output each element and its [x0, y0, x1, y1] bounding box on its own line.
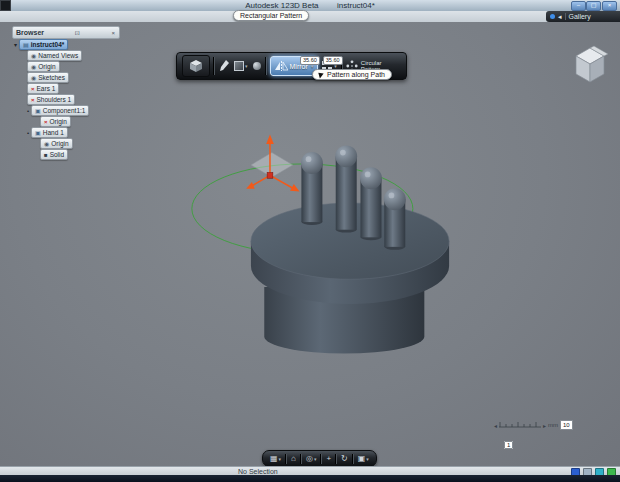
comp-icon: ▣ [35, 108, 41, 114]
tree-item-instruct04-[interactable]: ▤instruct04* [19, 39, 68, 50]
expand-icon[interactable]: • [27, 130, 29, 136]
dock-panel-icon[interactable]: ⊡ [74, 29, 81, 36]
tree-row: •▣Component1:1 [12, 105, 152, 116]
taskbar-edge [0, 475, 620, 482]
dimension-field[interactable]: 35.60 [323, 56, 343, 65]
browser-title: Browser [16, 29, 44, 36]
ruler-left-arrow-icon[interactable]: ◂ [494, 422, 497, 429]
gallery-bar: ◂ Gallery [546, 11, 620, 22]
tree-item-origin[interactable]: ×Origin [40, 116, 71, 127]
eye-icon: ◉ [31, 64, 36, 70]
tree-row: ◉Sketches [12, 72, 152, 83]
chevron-down-icon[interactable]: ▾ [279, 456, 282, 462]
tree-row: ▾▤instruct04* [12, 39, 152, 50]
tree-row: ◉Origin [12, 61, 152, 72]
window-title: Autodesk 123D Beta instruct04* [0, 1, 620, 10]
divider [320, 454, 322, 464]
zoom-icon[interactable]: ◎▾ [306, 454, 317, 463]
tree-item-component1-1[interactable]: ▣Component1:1 [31, 105, 89, 116]
divider [300, 454, 302, 464]
tree-item-origin[interactable]: ◉Origin [40, 138, 73, 149]
document-title: instruct04* [337, 1, 375, 10]
ruler-right-arrow-icon[interactable]: ▸ [543, 422, 546, 429]
tree-item-label: Origin [38, 62, 55, 71]
tooltip-rectangular-pattern: Rectangular Pattern [233, 10, 309, 21]
primitive-box-button[interactable]: ▾ [233, 61, 249, 71]
divider [352, 454, 354, 464]
tree-row: ×Ears 1 [12, 83, 152, 94]
gallery-back-button[interactable]: ◂ [558, 13, 562, 21]
tree-item-origin[interactable]: ◉Origin [27, 61, 60, 72]
eye-icon: ◉ [31, 53, 36, 59]
chevron-down-icon[interactable]: ▾ [245, 61, 248, 71]
maximize-button[interactable]: ▢ [586, 1, 601, 11]
expand-icon[interactable]: • [27, 108, 29, 114]
tree-item-label: Shoulders 1 [37, 95, 72, 104]
tree-row: ■Solid [12, 149, 152, 160]
ruler-value-field[interactable]: 10 [560, 420, 573, 430]
orbit-icon[interactable]: ↻ [341, 454, 348, 463]
sphere-icon [253, 62, 261, 70]
selection-status: No Selection [238, 468, 278, 475]
redx-icon: × [31, 97, 35, 103]
tree-item-named-views[interactable]: ◉Named Views [27, 50, 82, 61]
solid-icon: ■ [44, 152, 48, 158]
tree-item-shoulders-1[interactable]: ×Shoulders 1 [27, 94, 75, 105]
close-panel-icon[interactable]: × [110, 30, 116, 36]
look-at-icon[interactable]: ▣▾ [358, 454, 369, 463]
tree-item-sketches[interactable]: ◉Sketches [27, 72, 69, 83]
model-peg[interactable] [301, 152, 323, 225]
tree-item-hand-1[interactable]: ▣Hand 1 [31, 127, 68, 138]
browser-panel-header[interactable]: Browser ⊡ × [12, 26, 120, 39]
close-button[interactable]: × [602, 1, 617, 11]
eye-icon: ◉ [44, 141, 49, 147]
divider [265, 57, 267, 75]
ruler-ticks [499, 420, 541, 430]
divider [213, 57, 215, 75]
model-peg[interactable] [360, 167, 382, 240]
redx-icon: × [44, 119, 48, 125]
primitive-sphere-button[interactable] [252, 62, 262, 70]
app-menu-button[interactable] [182, 55, 210, 77]
home-view-icon[interactable]: ⌂ [291, 454, 296, 463]
divider [285, 454, 287, 464]
tree-row: ◉Origin [12, 138, 152, 149]
expand-icon[interactable]: ▾ [14, 41, 17, 48]
display-settings-icon[interactable]: ▦▾ [270, 454, 281, 463]
sketch-tool-button[interactable] [218, 60, 230, 72]
ruler-scale-field[interactable]: 1 [504, 441, 513, 449]
tree-item-solid[interactable]: ■Solid [40, 149, 68, 160]
cube-icon [188, 58, 204, 74]
chevron-down-icon[interactable]: ▾ [366, 456, 369, 462]
tree-item-label: Origin [51, 139, 68, 148]
tooltip-text: Rectangular Pattern [240, 12, 302, 19]
tree-item-label: Component1:1 [43, 106, 86, 115]
tree-row: ×Shoulders 1 [12, 94, 152, 105]
chevron-down-icon[interactable]: ▾ [314, 456, 317, 462]
model-peg[interactable] [384, 188, 406, 249]
viewport-3d[interactable]: Browser ⊡ × ▾▤instruct04*◉Named Views◉Or… [0, 22, 620, 466]
axis-triad[interactable] [246, 134, 299, 191]
app-window: Autodesk 123D Beta instruct04* – ▢ × Rec… [0, 0, 620, 482]
view-cube-icon[interactable] [568, 44, 612, 88]
tree-row: •▣Hand 1 [12, 127, 152, 138]
dimension-field[interactable]: 35.60 [300, 56, 320, 65]
browser-tree: ▾▤instruct04*◉Named Views◉Origin◉Sketche… [12, 39, 152, 160]
pan-icon[interactable]: + [326, 454, 331, 463]
tree-item-label: Solid [50, 150, 64, 159]
tree-row: ×Origin [12, 116, 152, 127]
model-peg[interactable] [335, 145, 357, 232]
eye-icon: ◉ [31, 75, 36, 81]
minimize-button[interactable]: – [571, 1, 586, 11]
gallery-button[interactable]: Gallery [569, 13, 591, 20]
status-dot-icon [550, 14, 555, 19]
tree-item-ears-1[interactable]: ×Ears 1 [27, 83, 59, 94]
tree-item-label: Sketches [38, 73, 65, 82]
app-title: Autodesk 123D Beta [245, 1, 318, 10]
tree-item-label: Named Views [38, 51, 78, 60]
view-cube[interactable] [568, 44, 612, 92]
dimension-readouts: 35.60 35.60 [300, 56, 343, 65]
mirror-icon [275, 61, 288, 71]
box-icon [234, 61, 244, 71]
pencil-icon [219, 60, 229, 72]
